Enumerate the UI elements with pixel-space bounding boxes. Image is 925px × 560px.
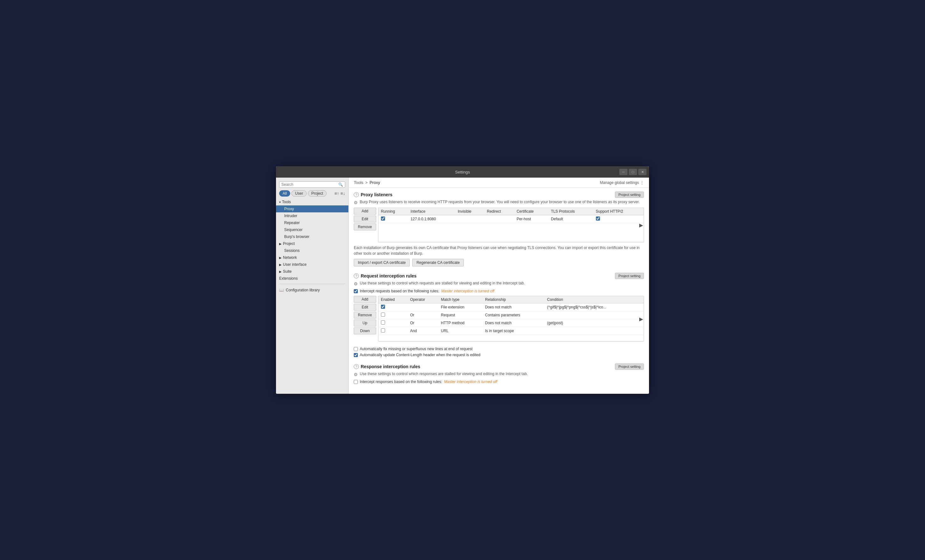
proxy-listeners-help-icon[interactable]: ? — [354, 192, 359, 197]
col-enabled: Enabled — [378, 296, 408, 303]
response-interception-title: Response interception rules — [361, 364, 420, 369]
body-area: 🔍 All User Project ≡↑ ≡↓ ▾ Tools Proxy — [276, 178, 649, 394]
enabled-checkbox-3[interactable] — [381, 328, 385, 333]
request-interception-add-btn[interactable]: Add — [354, 296, 376, 303]
cell-condition-0: (^gif$|^jpg$|^png$|^css$|^js$|^ico... — [544, 303, 644, 311]
request-interception-up-btn[interactable]: Up — [354, 319, 376, 327]
request-interception-project-setting-btn[interactable]: Project setting — [615, 273, 644, 279]
request-interception-header: ? Request interception rules Project set… — [354, 273, 644, 279]
auto-fix-text: Automatically fix missing or superfluous… — [360, 347, 473, 351]
request-interception-down-btn[interactable]: Down — [354, 327, 376, 334]
enabled-checkbox-1[interactable] — [381, 313, 385, 317]
sidebar-item-burpbrowser[interactable]: Burp's browser — [276, 233, 348, 240]
filter-icons: ≡↑ ≡↓ — [334, 191, 345, 196]
proxy-listeners-edit-btn[interactable]: Edit — [354, 215, 376, 223]
col-running: Running — [378, 208, 408, 215]
proxy-listeners-add-btn[interactable]: Add — [354, 208, 376, 215]
cell-running — [378, 215, 408, 223]
response-interception-desc: ⚙ Use these settings to control which re… — [354, 372, 644, 377]
sidebar-item-sequencer[interactable]: Sequencer — [276, 226, 348, 233]
sidebar-item-repeater[interactable]: Repeater — [276, 219, 348, 226]
regenerate-ca-btn[interactable]: Regenerate CA certificate — [412, 259, 464, 266]
response-interception-help-icon[interactable]: ? — [354, 364, 359, 369]
suite-section: ▶ Suite — [276, 268, 348, 275]
filter-user-button[interactable]: User — [291, 190, 306, 197]
search-input[interactable] — [281, 182, 338, 187]
request-interception-help-icon[interactable]: ? — [354, 273, 359, 278]
sort-asc-icon[interactable]: ≡↑ — [334, 191, 339, 196]
table-row: File extension Does not match (^gif$|^jp… — [378, 303, 644, 311]
table-row: Or HTTP method Does not match (get|post) — [378, 319, 644, 327]
auto-update-text: Automatically update Content-Length head… — [360, 353, 481, 357]
cell-relationship-0: Does not match — [482, 303, 544, 311]
user-interface-group-header[interactable]: ▶ User interface — [276, 261, 348, 268]
config-library[interactable]: 📖 Configuration library — [276, 286, 348, 294]
minimize-button[interactable]: ─ — [619, 169, 628, 175]
search-box[interactable]: 🔍 — [279, 181, 345, 188]
proxy-listeners-remove-btn[interactable]: Remove — [354, 223, 376, 230]
main-content: Tools > Proxy Manage global settings ⋮ ?… — [349, 178, 649, 394]
intercept-responses-checkbox[interactable] — [354, 380, 358, 384]
proxy-listeners-project-setting-btn[interactable]: Project setting — [615, 191, 644, 198]
ui-group-label: User interface — [283, 262, 307, 267]
intercept-responses-label: Intercept responses based on the followi… — [354, 379, 644, 384]
settings-window: Settings ─ □ ✕ 🔍 All User Project ≡↑ ≡↓ — [276, 166, 649, 394]
tools-section: ▾ Tools Proxy Intruder Repeater Sequence… — [276, 199, 348, 240]
auto-fix-label: Automatically fix missing or superfluous… — [354, 347, 644, 351]
project-group-header[interactable]: ▶ Project — [276, 240, 348, 247]
intercept-requests-checkbox[interactable] — [354, 289, 358, 293]
proxy-listeners-table-header: Running Interface Invisible Redirect Cer… — [378, 208, 644, 215]
enabled-checkbox-2[interactable] — [381, 321, 385, 325]
cell-condition-2: (get|post) — [544, 319, 644, 327]
maximize-button[interactable]: □ — [629, 169, 637, 175]
sidebar-item-proxy-label: Proxy — [284, 207, 294, 211]
response-interception-project-setting-btn[interactable]: Project setting — [615, 363, 644, 370]
request-interception-gear-icon: ⚙ — [354, 281, 358, 286]
cell-enabled-0 — [378, 303, 408, 311]
table-row: And URL Is in target scope — [378, 327, 644, 335]
manage-global-icon: ⋮ — [640, 181, 644, 185]
http2-checkbox[interactable] — [596, 217, 600, 221]
window-title: Settings — [455, 170, 470, 175]
network-group-header[interactable]: ▶ Network — [276, 254, 348, 261]
request-table-scroll-arrow: ▶ — [639, 316, 643, 322]
sidebar-item-proxy[interactable]: Proxy — [276, 205, 348, 212]
auto-update-checkbox[interactable] — [354, 353, 358, 357]
col-relationship: Relationship — [482, 296, 544, 303]
col-interface: Interface — [408, 208, 455, 215]
cell-relationship-2: Does not match — [482, 319, 544, 327]
request-interception-remove-btn[interactable]: Remove — [354, 312, 376, 319]
cell-match-type-1: Request — [438, 311, 482, 319]
network-section: ▶ Network — [276, 254, 348, 261]
close-button[interactable]: ✕ — [638, 169, 646, 175]
filter-all-button[interactable]: All — [279, 190, 290, 197]
network-group-label: Network — [283, 255, 297, 260]
sort-desc-icon[interactable]: ≡↓ — [340, 191, 345, 196]
running-checkbox[interactable] — [381, 217, 385, 221]
suite-group-header[interactable]: ▶ Suite — [276, 268, 348, 275]
content-area: ? Proxy listeners Project setting ⚙ Burp… — [349, 188, 649, 394]
proxy-listeners-section: ? Proxy listeners Project setting ⚙ Burp… — [354, 191, 644, 266]
request-interception-edit-btn[interactable]: Edit — [354, 304, 376, 311]
sidebar-item-sessions-label: Sessions — [284, 248, 300, 253]
cell-invisible — [455, 215, 484, 223]
tools-group-header[interactable]: ▾ Tools — [276, 199, 348, 205]
proxy-listeners-gear-icon: ⚙ — [354, 200, 358, 205]
enabled-checkbox-0[interactable] — [381, 305, 385, 309]
intercept-requests-label: Intercept requests based on the followin… — [354, 289, 644, 293]
sidebar-item-sessions[interactable]: Sessions — [276, 247, 348, 254]
filter-project-button[interactable]: Project — [308, 190, 327, 197]
proxy-listeners-desc-text: Burp Proxy uses listeners to receive inc… — [360, 200, 640, 204]
import-export-ca-btn[interactable]: Import / export CA certificate — [354, 259, 410, 266]
cell-condition-3 — [544, 327, 644, 335]
intercept-requests-text: Intercept requests based on the followin… — [360, 289, 439, 293]
manage-global-settings[interactable]: Manage global settings ⋮ — [600, 181, 644, 185]
sidebar-item-extensions[interactable]: Extensions — [276, 275, 348, 282]
auto-fix-checkbox[interactable] — [354, 347, 358, 351]
suite-chevron-icon: ▶ — [279, 270, 282, 273]
cell-enabled-1 — [378, 311, 408, 319]
sidebar-item-intruder[interactable]: Intruder — [276, 212, 348, 219]
table-row: 127.0.0.1:8080 Per-host Default — [378, 215, 644, 223]
sidebar-divider — [279, 284, 345, 284]
cell-operator-0 — [407, 303, 438, 311]
